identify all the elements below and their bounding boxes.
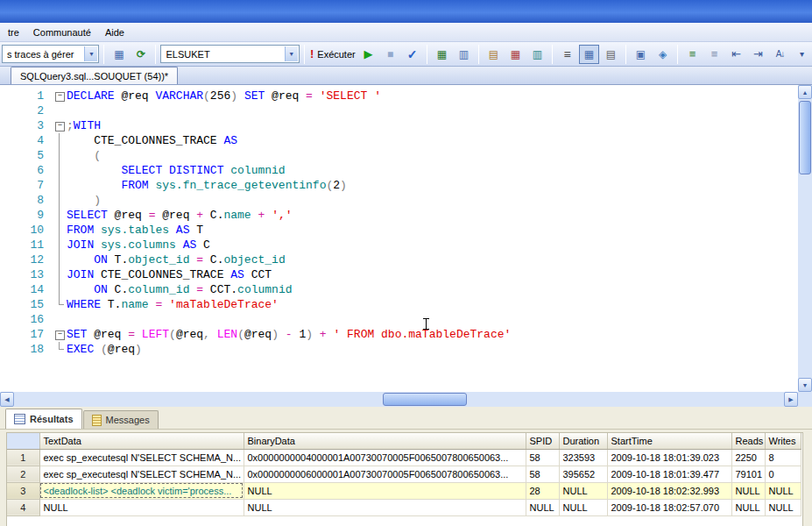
execute-button[interactable]: ! Exécuter: [309, 45, 357, 64]
grid-cell[interactable]: <deadlock-list> <deadlock victim='proces…: [39, 482, 244, 499]
uncomment-icon[interactable]: [704, 45, 724, 64]
horizontal-scroll-thumb[interactable]: [383, 393, 467, 406]
scroll-up-arrow-icon[interactable]: ▲: [798, 85, 812, 99]
trace-table-icon[interactable]: [109, 45, 129, 64]
parse-check-icon[interactable]: [402, 45, 422, 64]
fold-collapse-icon[interactable]: [53, 89, 67, 103]
grid-cell[interactable]: exec sp_executesql N'SELECT SCHEMA_N...: [39, 449, 244, 466]
grid-cell[interactable]: NULL: [526, 499, 559, 515]
grid-cell[interactable]: 2009-10-18 18:01:39.023: [607, 449, 731, 466]
line-number[interactable]: 4: [0, 133, 53, 148]
menu-item-fenetre[interactable]: tre: [2, 25, 25, 40]
grid-cell[interactable]: NULL: [765, 482, 801, 499]
analyze-dta-icon[interactable]: [454, 45, 474, 64]
row-header[interactable]: 1: [7, 449, 39, 466]
row-header[interactable]: 3: [7, 482, 39, 499]
menu-item-aide[interactable]: Aide: [99, 25, 131, 40]
code-editor[interactable]: 1DECLARE @req VARCHAR(256) SET @req = 'S…: [0, 85, 798, 392]
line-number[interactable]: 18: [0, 342, 53, 357]
intellisense-icon[interactable]: [653, 45, 673, 64]
row-header[interactable]: 4: [7, 499, 39, 515]
code-line[interactable]: 12 ON T.object_id = C.object_id: [0, 252, 798, 267]
code-line[interactable]: 13JOIN CTE_COLONNES_TRACE AS CCT: [0, 267, 798, 282]
column-header-duration[interactable]: Duration: [559, 433, 607, 449]
line-number[interactable]: 15: [0, 297, 53, 312]
comment-out-icon[interactable]: [682, 45, 703, 64]
grid-cell[interactable]: 0: [765, 466, 801, 482]
traces-combo[interactable]: s traces à gérer ▼: [2, 45, 99, 63]
code-line[interactable]: 4 CTE_COLONNES_TRACE AS: [0, 133, 798, 148]
line-number[interactable]: 1: [0, 89, 53, 103]
column-header-writes[interactable]: Writes: [765, 433, 801, 449]
chevron-down-icon[interactable]: ▼: [84, 46, 97, 61]
grid-cell[interactable]: NULL: [244, 482, 526, 499]
code-line[interactable]: 16: [0, 312, 798, 327]
line-number[interactable]: 5: [0, 148, 53, 163]
grid-cell[interactable]: NULL: [559, 482, 607, 499]
query-options-icon[interactable]: [631, 45, 651, 64]
editor-vertical-scrollbar[interactable]: ▲ ▼: [798, 85, 812, 392]
grid-cell[interactable]: 58: [526, 466, 559, 482]
line-number[interactable]: 13: [0, 267, 53, 282]
chevron-down-icon[interactable]: ▼: [285, 46, 298, 61]
code-line[interactable]: 18EXEC (@req): [0, 342, 798, 357]
row-header[interactable]: 2: [7, 466, 39, 482]
column-header-textdata[interactable]: TextData: [39, 433, 244, 449]
template-values-icon[interactable]: [484, 45, 504, 64]
column-header-binarydata[interactable]: BinaryData: [244, 433, 526, 449]
scroll-right-arrow-icon[interactable]: ▶: [784, 392, 798, 407]
client-statistics-icon[interactable]: [527, 45, 547, 64]
grid-cell[interactable]: 58: [526, 449, 559, 466]
line-number[interactable]: 14: [0, 282, 53, 297]
results-to-grid-icon[interactable]: [579, 45, 599, 64]
line-number[interactable]: 8: [0, 193, 53, 208]
scroll-down-arrow-icon[interactable]: ▼: [798, 378, 812, 392]
code-line[interactable]: 1DECLARE @req VARCHAR(256) SET @req = 'S…: [0, 89, 798, 103]
grid-cell[interactable]: 395652: [559, 466, 607, 482]
grid-cell[interactable]: 8: [765, 449, 801, 466]
results-to-text-icon[interactable]: [557, 45, 577, 64]
code-line[interactable]: 15WHERE T.name = 'maTableDeTrace': [0, 297, 798, 312]
code-line[interactable]: 17SET @req = LEFT(@req, LEN(@req) - 1) +…: [0, 327, 798, 342]
grid-cell[interactable]: NULL: [731, 499, 765, 515]
column-header-reads[interactable]: Reads: [731, 433, 765, 449]
line-number[interactable]: 10: [0, 223, 53, 238]
grid-cell[interactable]: NULL: [39, 499, 244, 515]
column-header-spid[interactable]: SPID: [526, 433, 559, 449]
code-line[interactable]: 2: [0, 103, 798, 118]
code-line[interactable]: 3;WITH: [0, 118, 798, 133]
code-line[interactable]: 7 FROM sys.fn_trace_geteventinfo(2): [0, 178, 798, 193]
line-number[interactable]: 11: [0, 238, 53, 252]
toolbar-overflow-chevron-icon[interactable]: [792, 45, 812, 64]
tab-sqlquery3[interactable]: SQLQuery3.sql...SOUQUET (54))*: [11, 67, 178, 84]
grid-cell[interactable]: 2009-10-18 18:01:39.477: [607, 466, 731, 482]
code-line[interactable]: 11JOIN sys.columns AS C: [0, 238, 798, 252]
grid-cell[interactable]: 2250: [731, 449, 765, 466]
fold-collapse-icon[interactable]: [53, 118, 67, 133]
vertical-scroll-thumb[interactable]: [799, 101, 811, 174]
grid-cell[interactable]: 2009-10-18 18:02:57.070: [607, 499, 731, 515]
code-line[interactable]: 10FROM sys.tables AS T: [0, 223, 798, 238]
results-to-file-icon[interactable]: [601, 45, 621, 64]
editor-horizontal-scrollbar[interactable]: ◀ ▶: [0, 392, 798, 407]
line-number[interactable]: 12: [0, 252, 53, 267]
grid-cell[interactable]: exec sp_executesql N'SELECT SCHEMA_N...: [39, 466, 244, 482]
grid-cell[interactable]: 2009-10-18 18:02:32.993: [607, 482, 731, 499]
estimated-plan-icon[interactable]: [432, 45, 452, 64]
grid-cell[interactable]: 79101: [731, 466, 765, 482]
decrease-indent-icon[interactable]: [726, 45, 746, 64]
grid-cell[interactable]: NULL: [731, 482, 765, 499]
scroll-left-arrow-icon[interactable]: ◀: [0, 392, 14, 407]
grid-cell[interactable]: NULL: [244, 499, 526, 515]
code-line[interactable]: 8 ): [0, 193, 798, 208]
fold-collapse-icon[interactable]: [53, 327, 67, 342]
code-line[interactable]: 9SELECT @req = @req + C.name + ',': [0, 208, 798, 223]
tab-resultats[interactable]: Résultats: [5, 409, 82, 429]
refresh-icon[interactable]: [131, 45, 151, 64]
line-number[interactable]: 6: [0, 163, 53, 178]
menu-item-communaute[interactable]: Communauté: [27, 25, 97, 40]
code-line[interactable]: 6 SELECT DISTINCT columnid: [0, 163, 798, 178]
grid-cell[interactable]: NULL: [765, 499, 801, 515]
grid-cell[interactable]: 0x0000000004000001A00730070005F006500780…: [244, 449, 526, 466]
line-number[interactable]: 2: [0, 103, 53, 118]
